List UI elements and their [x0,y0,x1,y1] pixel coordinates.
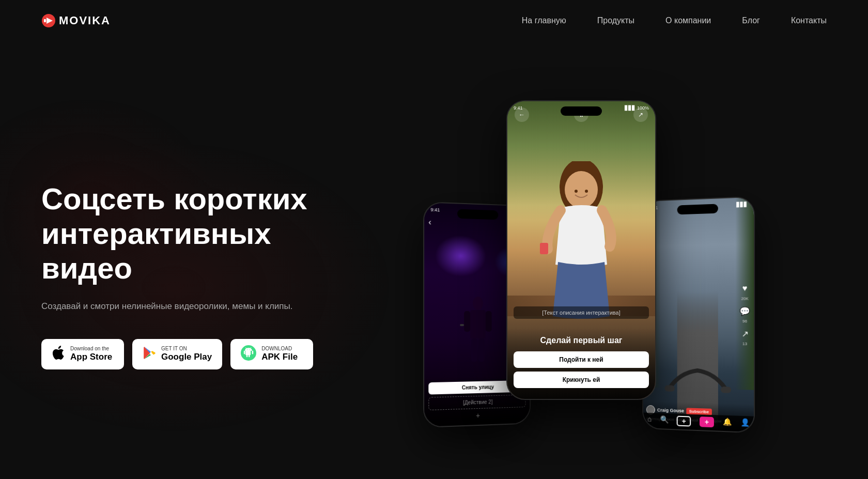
phone-center-interactive-text: [Текст описания интерактива] [514,306,649,319]
googleplay-icon [143,346,156,362]
googleplay-large-label: Google Play [161,352,212,362]
svg-point-4 [473,296,483,310]
search-icon: 🔍 [660,415,668,423]
phone-right-comments-count: 96 [742,318,747,323]
phone-center-action2[interactable]: Крикнуть ей [514,372,649,388]
svg-rect-9 [478,338,485,361]
svg-rect-6 [464,311,470,331]
appstore-large-label: App Store [70,352,112,362]
googleplay-small-label: GET IT ON [161,346,187,352]
phone-right-comments: 💬 96 [739,306,750,323]
main-content: Соцсеть коротких интерактивных видео Соз… [0,41,868,479]
download-buttons: Download on the App Store GET IT ON [41,339,341,369]
hero-section: Соцсеть коротких интерактивных видео Соз… [41,172,341,369]
svg-rect-7 [486,311,492,332]
heart-icon[interactable]: ♥ [739,283,750,295]
phone-right-screen: 9:41 ▊▊▊ [643,197,754,432]
headline-line2: интерактивных видео [41,217,271,285]
apk-large-label: APK File [261,352,298,362]
phone-center-bottom: Сделай первый шаг Подойти к ней Крикнуть… [507,329,655,399]
apk-button[interactable]: DOWNLOAD APK File [230,339,313,369]
nav-item-home[interactable]: На главную [522,16,566,25]
home-icon: ⌂ [647,414,652,423]
phone-right-nav-plus[interactable]: + [700,416,714,427]
svg-rect-5 [470,310,486,338]
phone-right-nav-add[interactable] [677,415,691,426]
headline-line1: Соцсеть коротких [41,182,307,215]
phone-right-sidebar: ♥ 20K 💬 96 ↗ 13 [739,283,750,346]
phone-right-nav-home[interactable]: ⌂ [647,414,652,425]
phone-right-shares: ↗ 13 [739,328,750,346]
phone-right-username: Craig Gouse [657,407,684,413]
phone-center-screen: 9:41 ▊▊▊ 100% ← ⏸ ↗ [507,101,655,399]
share-icon[interactable]: ↗ [739,328,750,340]
profile-icon: 👤 [740,418,749,426]
phone-center: 9:41 ▊▊▊ 100% ← ⏸ ↗ [506,100,656,400]
svg-rect-17 [721,387,731,393]
nav-item-contacts[interactable]: Контакты [791,16,827,25]
motorcycle-handlebars [660,357,737,399]
headline: Соцсеть коротких интерактивных видео [41,182,341,285]
phones-showcase: 9:41 ▊▊▊ ‹ ⏸ ⏭ [341,74,827,467]
phone-center-status: 9:41 ▊▊▊ 100% [514,105,649,111]
svg-point-15 [585,190,588,193]
appstore-small-label: Download on the [70,346,109,352]
svg-rect-10 [460,324,464,326]
logo[interactable]: MOVIKA [41,13,111,28]
phone-right-nav-notification[interactable]: 🔔 [723,417,732,428]
logo-icon [41,13,56,28]
phone-right-nav: ⌂ 🔍 + 🔔 👤 [643,412,754,432]
phone-right-shares-count: 13 [742,341,747,346]
phone-right-likes-count: 20K [741,296,749,300]
svg-point-14 [575,190,578,193]
nav-item-products[interactable]: Продукты [597,16,634,25]
svg-point-12 [565,171,598,208]
svg-rect-16 [664,385,674,391]
phone-right-likes: ♥ 20K [739,283,750,301]
apple-icon [52,345,65,363]
phone-right: 9:41 ▊▊▊ [642,196,755,433]
phone-right-nav-profile[interactable]: 👤 [740,418,749,428]
phone-center-action1[interactable]: Подойти к ней [514,351,649,368]
nav-links: На главную Продукты О компании Блог Конт… [522,16,827,25]
appstore-button[interactable]: Download on the App Store [41,339,124,369]
svg-rect-2 [44,19,46,22]
phone-right-nav-search[interactable]: 🔍 [660,415,668,425]
svg-rect-8 [471,338,477,362]
phone-center-title: Сделай первый шаг [514,336,649,345]
navbar: MOVIKA На главную Продукты О компании Бл… [0,0,868,41]
phone-right-road [643,197,754,432]
android-icon [241,345,256,363]
bell-icon: 🔔 [723,417,732,426]
googleplay-button[interactable]: GET IT ON Google Play [132,339,222,369]
brand-name: MOVIKA [59,14,111,27]
nav-item-blog[interactable]: Блог [742,16,760,25]
phones-wrapper: 9:41 ▊▊▊ ‹ ⏸ ⏭ [403,85,765,457]
svg-rect-13 [540,243,548,254]
phone-left-add[interactable]: + [428,409,525,421]
concert-figure [460,295,495,368]
woman-figure [530,161,633,327]
phone-left-back-icon: ‹ [428,217,431,226]
apk-small-label: DOWNLOAD [261,346,292,352]
nav-item-about[interactable]: О компании [665,16,711,25]
comment-icon[interactable]: 💬 [739,306,750,317]
hero-subtext: Создавай и смотри нелинейные видеоролики… [41,300,341,313]
